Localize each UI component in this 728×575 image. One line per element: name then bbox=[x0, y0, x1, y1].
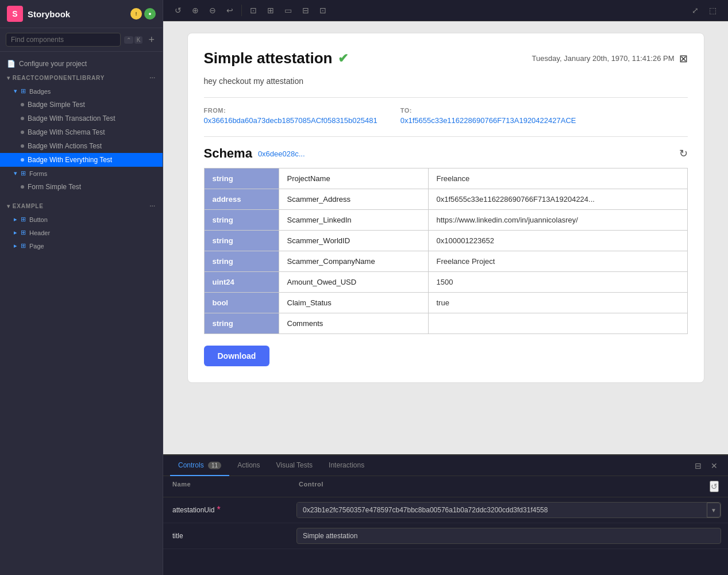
sidebar-group-badges[interactable]: ▾ ⊞ Badges bbox=[0, 85, 163, 98]
layout-list-button[interactable]: ▭ bbox=[280, 3, 296, 17]
sidebar-group-page[interactable]: ▸ ⊞ Page bbox=[0, 239, 163, 252]
datetime-text: Tuesday, January 20th, 1970, 11:41:26 PM bbox=[532, 54, 675, 63]
chevron-right-icon: ▸ bbox=[14, 242, 17, 250]
chevron-down-icon: ▾ bbox=[14, 87, 17, 95]
field-cell: Scammer_Address bbox=[279, 189, 428, 210]
tab-actions[interactable]: Actions bbox=[229, 455, 268, 476]
input-wrapper: ▼ bbox=[296, 502, 721, 518]
layout-full-button[interactable]: ⊡ bbox=[315, 3, 331, 17]
dot-icon bbox=[21, 103, 24, 106]
search-input[interactable] bbox=[6, 33, 121, 47]
bottom-panel: Controls 11 Actions Visual Tests Interac… bbox=[163, 454, 728, 575]
group-label-page: Page bbox=[29, 243, 44, 250]
control-row-attestationuid: attestationUid * ▼ bbox=[163, 497, 728, 523]
attestationuid-input[interactable] bbox=[297, 503, 707, 518]
example-section[interactable]: ▾ EXAMPLE ⋯ bbox=[0, 200, 163, 213]
tab-controls[interactable]: Controls 11 bbox=[170, 455, 229, 476]
sidebar-item-badge-simple-test[interactable]: Badge Simple Test bbox=[0, 98, 163, 112]
from-label: FROM: bbox=[204, 107, 378, 114]
controls-badge: 11 bbox=[208, 462, 221, 469]
sidebar-group-forms[interactable]: ▾ ⊞ Forms bbox=[0, 167, 163, 180]
field-cell: Scammer_LinkedIn bbox=[279, 210, 428, 231]
value-cell: true bbox=[428, 293, 687, 313]
sidebar-item-badge-schema-test[interactable]: Badge With Schema Test bbox=[0, 125, 163, 139]
split-view-button[interactable]: ⊟ bbox=[691, 459, 705, 473]
sidebar-item-badge-actions-test[interactable]: Badge With Actions Test bbox=[0, 139, 163, 153]
table-row: string Scammer_CompanyName Freelance Pro… bbox=[204, 251, 687, 272]
grid-icon: ⊞ bbox=[21, 170, 26, 177]
schema-header: Schema 0x6dee028c... ↻ bbox=[204, 146, 688, 161]
controls-header: Name Control ↺ bbox=[163, 476, 728, 497]
sidebar-group-header[interactable]: ▸ ⊞ Header bbox=[0, 226, 163, 239]
search-bar: ⌃K + bbox=[0, 28, 163, 52]
from-col: FROM: 0x36616bda60a73decb1857085ACf05831… bbox=[204, 107, 378, 125]
to-col: TO: 0x1f5655c33e116228690766F713A1920422… bbox=[400, 107, 576, 125]
type-cell: string bbox=[204, 251, 279, 272]
tab-interactions[interactable]: Interactions bbox=[321, 455, 372, 476]
reactcomponent-section[interactable]: ▾ REACTCOMPONENTLIBRARY ⋯ bbox=[0, 71, 163, 85]
reset-controls-button[interactable]: ↺ bbox=[710, 481, 719, 492]
section-options-icon: ⋯ bbox=[149, 203, 156, 209]
refresh-icon[interactable]: ↻ bbox=[679, 147, 688, 160]
nav-label: Badge With Everything Test bbox=[28, 156, 112, 164]
table-row: uint24 Amount_Owed_USD 1500 bbox=[204, 272, 687, 293]
section-options-icon: ⋯ bbox=[149, 75, 156, 81]
layout-compact-button[interactable]: ⊟ bbox=[298, 3, 314, 17]
card-datetime: Tuesday, January 20th, 1970, 11:41:26 PM… bbox=[532, 52, 688, 65]
logo-icon: S bbox=[7, 6, 23, 22]
layout-grid-button[interactable]: ⊞ bbox=[263, 3, 279, 17]
toolbar-divider bbox=[241, 5, 242, 16]
nav-label: Badge With Transaction Test bbox=[28, 114, 115, 122]
group-label-button: Button bbox=[29, 216, 48, 223]
grid-icon: ⊞ bbox=[21, 87, 26, 95]
value-cell: 1500 bbox=[428, 272, 687, 293]
control-value-attestationuid: ▼ bbox=[290, 497, 728, 523]
configure-project-item[interactable]: 📄 Configure your project bbox=[0, 56, 163, 71]
type-cell: uint24 bbox=[204, 272, 279, 293]
chevron-right-icon: ▸ bbox=[14, 216, 17, 223]
controls-panel: Name Control ↺ attestationUid * ▼ bbox=[163, 476, 728, 575]
add-button[interactable]: + bbox=[146, 33, 157, 46]
value-cell: 0x1f5655c33e116228690766F713A19204224... bbox=[428, 189, 687, 210]
zoom-out-button[interactable]: ⊖ bbox=[205, 3, 221, 17]
sidebar-group-button[interactable]: ▸ ⊞ Button bbox=[0, 213, 163, 226]
table-row: address Scammer_Address 0x1f5655c33e1162… bbox=[204, 189, 687, 210]
zoom-reset-button[interactable]: ↩ bbox=[222, 3, 238, 17]
example-section-label: EXAMPLE bbox=[13, 203, 44, 209]
badge-success: ● bbox=[144, 8, 156, 20]
download-button[interactable]: Download bbox=[204, 346, 270, 366]
grid-icon: ⊞ bbox=[21, 229, 26, 236]
field-cell: Amount_Owed_USD bbox=[279, 272, 428, 293]
badge-warning: ! bbox=[130, 8, 142, 20]
card-title: Simple attestation ✔ bbox=[204, 49, 349, 67]
sidebar-item-badge-transaction-test[interactable]: Badge With Transaction Test bbox=[0, 112, 163, 125]
layout-single-button[interactable]: ⊡ bbox=[245, 3, 261, 17]
group-label-forms: Forms bbox=[29, 170, 47, 177]
type-cell: string bbox=[204, 210, 279, 231]
zoom-in-button[interactable]: ⊕ bbox=[187, 3, 203, 17]
type-cell: address bbox=[204, 189, 279, 210]
tab-visual-tests[interactable]: Visual Tests bbox=[268, 455, 321, 476]
schema-address[interactable]: 0x6dee028c... bbox=[258, 150, 305, 158]
input-expand-icon: ▼ bbox=[707, 503, 721, 518]
sidebar-item-badge-everything-test[interactable]: Badge With Everything Test bbox=[0, 153, 163, 167]
new-window-button[interactable]: ⬚ bbox=[704, 3, 721, 17]
search-shortcut: ⌃K bbox=[124, 36, 143, 44]
content-area: Simple attestation ✔ Tuesday, January 20… bbox=[163, 21, 728, 454]
sidebar-item-form-simple-test[interactable]: Form Simple Test bbox=[0, 180, 163, 194]
tab-actions-label: Actions bbox=[237, 461, 260, 469]
title-input[interactable] bbox=[296, 528, 721, 544]
close-panel-button[interactable]: ✕ bbox=[707, 459, 721, 473]
field-cell: Claim_Status bbox=[279, 293, 428, 313]
to-address[interactable]: 0x1f5655c33e116228690766F713A1920422427A… bbox=[400, 116, 576, 125]
col-control-label: Control bbox=[299, 481, 710, 492]
field-cell: Comments bbox=[279, 313, 428, 334]
nav-label: Badge With Schema Test bbox=[28, 128, 105, 136]
fullscreen-button[interactable]: ⤢ bbox=[687, 3, 703, 17]
reload-button[interactable]: ↺ bbox=[170, 3, 186, 17]
group-label-header: Header bbox=[29, 229, 50, 236]
chevron-right-icon: ▸ bbox=[14, 229, 17, 236]
value-cell: https://www.linkedin.com/in/juannicolasr… bbox=[428, 210, 687, 231]
expire-icon: ⊠ bbox=[679, 52, 688, 65]
from-address[interactable]: 0x36616bda60a73decb1857085ACf058315b0254… bbox=[204, 116, 378, 125]
